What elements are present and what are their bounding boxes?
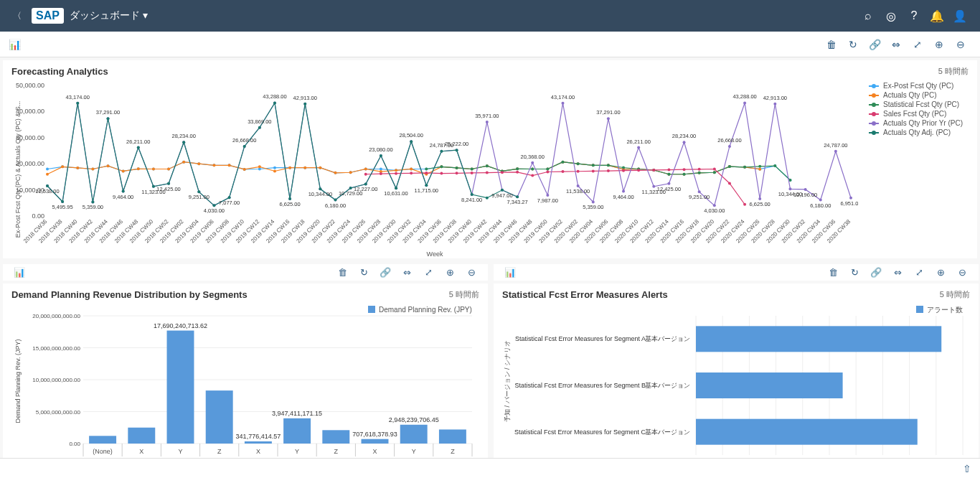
svg-point-147 [622,169,625,172]
svg-text:33,869.00: 33,869.00 [248,118,271,125]
svg-text:26,668.00: 26,668.00 [232,137,256,144]
search-icon[interactable]: ⌕ [857,9,880,22]
fullscreen-icon[interactable]: ⤢ [908,267,930,278]
svg-point-206 [804,188,807,191]
forecasting-chart[interactable]: 0.0010,000.0020,000.0030,000.0040,000.00… [11,80,858,259]
zoom-in-icon[interactable]: ⊕ [928,39,950,50]
svg-point-216 [137,146,140,149]
svg-point-193 [607,117,610,120]
svg-point-227 [303,103,306,106]
svg-text:X: X [256,448,260,455]
zoom-out-icon[interactable]: ⊖ [461,267,482,278]
svg-point-185 [486,121,489,123]
svg-point-151 [683,168,686,171]
back-icon[interactable]: 〈 [9,10,26,22]
legend-item: Sales Fcst Qty (PC) [869,110,963,118]
revenue-chart[interactable]: Demand Planning Rev. (JPY)0.005,000,000,… [11,303,479,459]
link-icon[interactable]: 🔗 [865,267,887,278]
main-toolbar: 📊 🗑 ↻ 🔗 ⇔ ⤢ ⊕ ⊖ [0,32,980,57]
alerts-toolbar: 📊🗑↻🔗⇔⤢⊕⊖ [494,264,979,281]
svg-text:37,291.00: 37,291.00 [596,109,620,116]
svg-point-104 [758,168,761,171]
svg-text:4,030.00: 4,030.00 [704,207,725,214]
svg-point-191 [577,184,580,187]
svg-point-236 [440,150,443,153]
zoom-out-icon[interactable]: ⊖ [950,39,971,50]
svg-point-199 [698,190,701,193]
svg-text:基本バージョン: 基本バージョン [645,382,690,389]
svg-point-58 [61,165,64,168]
svg-rect-367 [128,428,155,444]
svg-point-136 [456,172,458,174]
user-icon[interactable]: 👤 [948,9,971,23]
help-icon[interactable]: ? [903,9,925,22]
delete-icon[interactable]: 🗑 [821,39,842,50]
zoom-in-icon[interactable]: ⊕ [439,267,461,278]
app-header: 〈 SAP ダッシュボード ▾ ⌕ ◎ ? 🔔 👤 [0,0,980,32]
svg-rect-388 [362,439,389,444]
swap-icon[interactable]: ⇔ [887,267,908,278]
svg-point-61 [107,164,110,167]
svg-point-112 [531,167,534,170]
svg-point-234 [410,140,413,143]
svg-text:43,288.00: 43,288.00 [263,93,286,100]
delete-icon[interactable]: 🗑 [822,267,844,278]
svg-rect-396 [439,429,466,444]
svg-point-241 [516,195,519,198]
svg-text:基本バージョン: 基本バージョン [645,335,690,342]
fullscreen-icon[interactable]: ⤢ [907,39,928,50]
share-icon[interactable]: ⇧ [963,463,971,474]
sap-logo: SAP [32,8,64,24]
link-icon[interactable]: 🔗 [374,267,396,278]
chart-icon[interactable]: 📊 [9,39,21,50]
svg-text:Y: Y [412,448,416,455]
legend-item: Statistical Fcst Qty (PC) [869,100,963,108]
svg-point-213 [91,200,94,203]
svg-rect-400 [916,306,923,313]
svg-point-138 [486,172,489,174]
svg-point-111 [516,167,519,170]
refresh-icon[interactable]: ↻ [842,39,864,50]
zoom-out-icon[interactable]: ⊖ [951,267,973,278]
svg-text:基本バージョン: 基本バージョン [645,428,690,436]
svg-point-60 [91,167,94,170]
svg-text:12,227.00: 12,227.00 [354,186,377,192]
svg-point-155 [743,203,746,206]
svg-rect-381 [283,418,311,444]
swap-icon[interactable]: ⇔ [885,39,907,50]
svg-text:28,234.00: 28,234.00 [672,133,696,139]
svg-point-152 [698,168,701,171]
refresh-icon[interactable]: ↻ [844,267,865,278]
svg-rect-414 [696,326,941,352]
svg-text:341,776,414.57: 341,776,414.57 [236,433,281,440]
svg-text:Y: Y [295,448,299,455]
chart-icon[interactable]: 📊 [9,267,30,278]
refresh-global-icon[interactable]: ◎ [880,9,903,23]
svg-text:8,241.00: 8,241.00 [461,197,482,203]
svg-text:5,000,000,000.00: 5,000,000,000.00 [36,409,81,416]
bell-icon[interactable]: 🔔 [925,9,948,23]
fullscreen-icon[interactable]: ⤢ [418,267,439,278]
svg-text:17,690,240,713.62: 17,690,240,713.62 [154,322,207,329]
page-title[interactable]: ダッシュボード ▾ [70,9,148,22]
svg-point-115 [577,162,580,165]
svg-text:Demand Planning Rev. (JPY): Demand Planning Rev. (JPY) [14,339,22,423]
svg-point-65 [167,167,170,170]
refresh-icon[interactable]: ↻ [353,267,374,278]
svg-point-228 [319,187,321,190]
alerts-chart[interactable]: アラート数予知 / バージョン / シナリオStatistical Fcst E… [502,303,970,459]
link-icon[interactable]: 🔗 [864,39,885,50]
svg-point-209 [849,197,852,200]
delete-icon[interactable]: 🗑 [331,267,353,278]
svg-text:37,291.00: 37,291.00 [96,109,120,116]
svg-point-59 [76,167,79,169]
svg-point-150 [667,169,670,172]
svg-point-226 [288,197,291,200]
svg-text:Y: Y [178,448,182,455]
svg-rect-364 [89,436,116,444]
swap-icon[interactable]: ⇔ [396,267,418,278]
zoom-in-icon[interactable]: ⊕ [930,267,951,278]
svg-text:43,174.00: 43,174.00 [551,94,575,100]
svg-text:11,715.00: 11,715.00 [415,187,438,194]
chart-icon[interactable]: 📊 [499,267,521,278]
